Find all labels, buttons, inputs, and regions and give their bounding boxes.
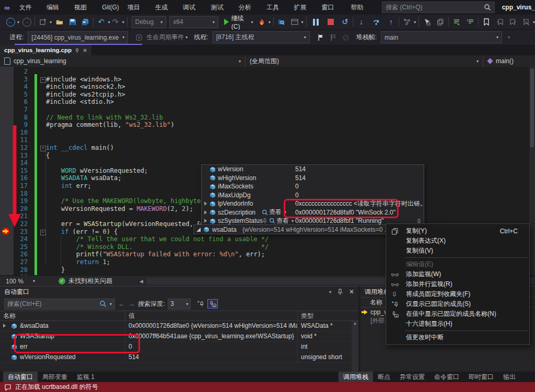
stack-frame-dropdown[interactable]: main▾ [381, 31, 502, 43]
autos-row-wsaData[interactable]: &wsaData0x0000001726d8fae0 {wVersion=514… [0, 321, 358, 331]
menu-item-4[interactable]: 项目(P) [123, 0, 151, 15]
context-menu-item-5[interactable]: 添加监视(W) [386, 269, 529, 279]
new-project-icon[interactable] [38, 16, 48, 28]
navigate-forward-button[interactable]: → [21, 16, 32, 28]
expander-icon[interactable] [204, 219, 207, 223]
autos-column-headers[interactable]: 名称 值 类型 [0, 311, 358, 321]
context-menu-item-0[interactable]: 复制(Y)Ctrl+C [386, 226, 529, 236]
code-line-2[interactable]: 2 [0, 68, 535, 76]
menu-item-0[interactable]: 文件(F) [15, 0, 42, 15]
code-line-5[interactable]: 5#include <ws2tcpip.h> [0, 91, 535, 99]
pin-tab-icon[interactable]: ⚲ [75, 47, 79, 53]
find-in-files-icon[interactable] [276, 16, 287, 28]
context-menu-item-10[interactable]: 十六进制显示(H) [386, 319, 529, 329]
context-menu-item-9[interactable]: ab在值中显示已固定的成员名称(N) [386, 309, 529, 319]
panel-tab-left-1[interactable]: 局部变量 [38, 372, 72, 382]
menu-item-1[interactable]: 编辑(E) [42, 0, 70, 15]
fold-marker[interactable]: − [40, 144, 46, 152]
fold-marker[interactable]: − [40, 228, 46, 236]
context-menu-item-6[interactable]: 添加并行监视(R) [386, 279, 529, 289]
expander-icon[interactable] [204, 201, 207, 206]
bookmark-icon[interactable] [481, 16, 492, 28]
thread-dropdown[interactable]: [8716] 主线程▾ [213, 31, 310, 43]
copy-snippet-icon[interactable] [435, 16, 446, 28]
datatip-row-wVersion[interactable]: wVersion514 [202, 165, 424, 174]
search-next-icon[interactable]: → [128, 300, 135, 308]
panel-tab-right-4[interactable]: 即时窗口 [464, 372, 498, 382]
menu-item-9[interactable]: 工具(T) [262, 0, 289, 15]
pause-all-icon[interactable] [310, 16, 321, 28]
editor-zoom-dropdown[interactable]: 100 %▾ [3, 277, 38, 286]
datatip-row-wHighVersion[interactable]: wHighVersion514 [202, 174, 424, 183]
navigate-back-button[interactable]: ← [5, 16, 16, 28]
context-menu-item-8[interactable]: 仅显示已固定的成员(S) [386, 299, 529, 309]
menu-item-8[interactable]: 分析(N) [234, 0, 262, 15]
code-line-3[interactable]: 3−#include <windows.h> [0, 76, 535, 84]
window-menu-icon[interactable]: ▾ [329, 290, 331, 294]
context-menu-item-7[interactable]: 将成员固定到收藏夹(F) [386, 289, 529, 299]
show-pinned-names-toggle[interactable]: ab [207, 299, 218, 309]
search-depth-dropdown[interactable]: 3▾ [168, 299, 191, 310]
menu-item-11[interactable]: 窗口(W) [318, 0, 347, 15]
undo-icon[interactable]: ↶ [96, 16, 107, 28]
flag-gray-icon[interactable] [328, 31, 339, 44]
search-prev-icon[interactable]: ← [118, 300, 125, 308]
code-map-icon[interactable] [402, 16, 412, 28]
panel-tab-right-0[interactable]: 调用堆栈 [339, 372, 373, 382]
code-line-6[interactable]: 6#include <stdio.h> [0, 98, 535, 106]
show-next-statement-icon[interactable]: ↓ [356, 16, 366, 28]
editor-vertical-scrollbar[interactable] [529, 67, 535, 275]
context-menu-item-1[interactable]: 复制表达式(X) [386, 236, 529, 246]
context-menu-item-2[interactable]: 复制值(V) [386, 246, 529, 256]
step-out-icon[interactable]: ↑ [386, 16, 396, 28]
code-line-8[interactable]: 8// Need to link with Ws2_32.lib [0, 114, 535, 122]
menu-item-3[interactable]: Git(G) [98, 0, 123, 15]
member-dropdown[interactable]: main() [483, 55, 535, 67]
navigate-back-dropdown[interactable]: ▾ [17, 20, 19, 25]
hscroll-left-arrow[interactable]: ◀ [139, 279, 143, 284]
solution-configuration-dropdown[interactable]: Debug▾ [132, 16, 166, 28]
expander-icon[interactable] [3, 324, 6, 328]
restart-icon[interactable]: ↺ [340, 16, 350, 28]
flag-icon[interactable] [316, 31, 326, 44]
code-line-7[interactable]: 7 [0, 106, 535, 114]
menu-item-2[interactable]: 视图(V) [70, 0, 98, 15]
open-file-icon[interactable] [54, 16, 65, 28]
process-dropdown[interactable]: [24456] cpp_virus_learning.exe▾ [28, 31, 128, 43]
menu-item-12[interactable]: 帮助(H) [347, 0, 375, 15]
menu-item-5[interactable]: 生成(B) [151, 0, 179, 15]
code-line-10[interactable]: 10 [0, 129, 535, 137]
breakpoint-current-statement-icon[interactable] [2, 228, 9, 235]
pin-filter-icon[interactable] [197, 300, 204, 307]
close-window-icon[interactable]: ✕ [349, 288, 354, 295]
panel-tab-right-3[interactable]: 命令窗口 [429, 372, 464, 382]
quick-search-box[interactable]: 搜索 (Ctrl+Q) [382, 2, 494, 13]
continue-button[interactable]: 继续(C) ▾ [224, 16, 253, 28]
line-list-green2-icon[interactable] [465, 16, 475, 28]
autos-row-wVersionRequested[interactable]: wVersionRequested514unsigned short [0, 352, 358, 363]
scope-dropdown[interactable]: (全局范围)▾ [246, 55, 483, 67]
pin-window-icon[interactable] [336, 288, 344, 295]
feedback-bubble-icon[interactable] [4, 384, 11, 391]
menu-item-6[interactable]: 调试(D) [179, 0, 207, 15]
project-dropdown[interactable]: cpp_virus_learning ▾ [0, 55, 246, 67]
autos-search-input[interactable]: 搜索(Ctrl+E) ▾ [4, 299, 115, 310]
redo-icon[interactable]: ↷ [110, 16, 121, 28]
panel-tab-right-1[interactable]: 断点 [373, 372, 395, 382]
line-list-green-icon[interactable] [451, 16, 462, 28]
fold-marker[interactable]: − [40, 76, 46, 84]
autos-scrollbar[interactable]: ▲ [352, 321, 358, 372]
step-over-icon[interactable] [371, 16, 381, 28]
context-menu-item-12[interactable]: 值更改时中断 [386, 332, 529, 342]
next-bookmark-icon[interactable] [508, 16, 518, 28]
cursor-select-icon[interactable] [422, 16, 432, 28]
menu-item-7[interactable]: 测试(S) [206, 0, 234, 15]
autos-title-bar[interactable]: 自动窗口 ▾ ✕ [0, 287, 358, 297]
code-line-13[interactable]: 13{ [0, 152, 535, 160]
stop-debugging-icon[interactable] [325, 16, 336, 28]
prev-bookmark-icon[interactable] [495, 16, 505, 28]
solution-platform-dropdown[interactable]: x64▾ [169, 16, 218, 28]
expanded-arrow-icon[interactable] [196, 228, 201, 232]
panel-tab-left-2[interactable]: 监视 1 [72, 372, 99, 382]
save-icon[interactable] [67, 16, 78, 28]
